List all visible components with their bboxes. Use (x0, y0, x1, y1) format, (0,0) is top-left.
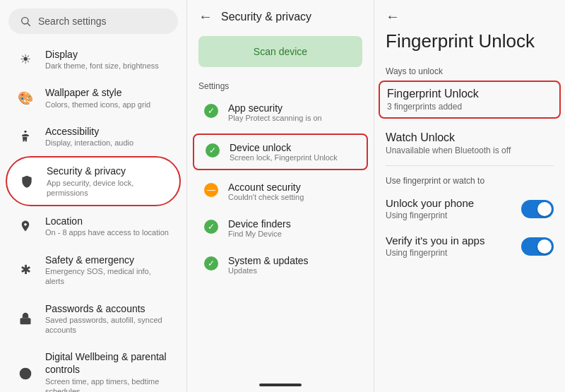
svg-point-2 (24, 131, 26, 133)
nav-wellbeing-title: Digital Wellbeing & parental controls (45, 350, 170, 376)
verify-subtitle: Using fingerprint (386, 248, 521, 258)
fingerprint-unlock-item[interactable]: Fingerprint Unlock 3 fingerprints added (379, 81, 561, 119)
sidebar-item-accessibility[interactable]: Accessibility Display, interaction, audi… (6, 118, 181, 155)
right-title: Fingerprint Unlock (386, 30, 554, 52)
display-icon: ☀ (17, 51, 34, 68)
divider-1 (386, 165, 554, 166)
fingerprint-unlock-title: Fingerprint Unlock (387, 88, 552, 100)
watch-unlock-title: Watch Unlock (386, 131, 554, 144)
nav-security-title: Security & privacy (47, 165, 168, 177)
nav-list: ☀ Display Dark theme, font size, brightn… (0, 40, 186, 392)
status-icon-unlock-green: ✓ (206, 143, 220, 158)
device-finders-subtitle: Find My Device (228, 230, 291, 238)
use-fingerprint-label: Use fingerprint or watch to (386, 176, 554, 186)
scan-device-button[interactable]: Scan device (198, 36, 362, 67)
sidebar-item-display[interactable]: ☀ Display Dark theme, font size, brightn… (6, 41, 181, 78)
right-back-button[interactable]: ← (386, 8, 554, 25)
watch-unlock-item[interactable]: Watch Unlock Unavailable when Bluetooth … (386, 124, 554, 162)
account-security-title: Account security (228, 182, 304, 193)
svg-point-0 (22, 18, 28, 24)
account-security-subtitle: Couldn't check setting (228, 193, 304, 201)
safety-icon: ✱ (17, 261, 34, 278)
unlock-phone-toggle[interactable] (521, 200, 554, 218)
verify-apps-toggle[interactable] (521, 237, 554, 256)
nav-location-title: Location (45, 215, 169, 227)
sidebar-item-safety[interactable]: ✱ Safety & emergency Emergency SOS, medi… (6, 247, 181, 294)
fingerprint-unlock-subtitle: 3 fingerprints added (387, 102, 552, 112)
nav-passwords-title: Passwords & accounts (45, 302, 170, 315)
nav-wallpaper-subtitle: Colors, themed icons, app grid (45, 100, 150, 109)
device-finders-title: Device finders (228, 218, 291, 230)
search-icon (20, 16, 31, 27)
unlock-phone-title: Unlock your phone (386, 197, 521, 209)
nav-location-subtitle: On - 8 apps have access to location (45, 227, 169, 237)
middle-title: Security & privacy (221, 11, 311, 23)
svg-rect-3 (20, 318, 31, 324)
device-unlock-title: Device unlock (230, 142, 338, 153)
middle-header: ← Security & privacy (187, 0, 374, 33)
status-icon-finders-green: ✓ (204, 220, 218, 234)
nav-wellbeing-subtitle: Screen time, app timers, bedtime schedul… (45, 376, 170, 392)
verify-title: Verify it's you in apps (386, 234, 521, 247)
location-icon (17, 218, 34, 234)
security-icon (18, 173, 35, 190)
setting-account-security[interactable]: — Account security Couldn't check settin… (193, 174, 368, 208)
accessibility-icon (17, 128, 34, 145)
nav-safety-subtitle: Emergency SOS, medical info, alerts (45, 266, 170, 287)
wallpaper-icon: 🎨 (17, 90, 34, 107)
search-bar[interactable]: Search settings (8, 8, 178, 34)
status-icon-system-green: ✓ (204, 256, 218, 271)
unlock-phone-row: Unlock your phone Using fingerprint (386, 190, 554, 227)
passwords-icon (17, 310, 34, 327)
middle-section-label: Settings (187, 76, 374, 94)
nav-display-subtitle: Dark theme, font size, brightness (45, 61, 159, 71)
search-placeholder: Search settings (38, 16, 107, 27)
nav-accessibility-title: Accessibility (45, 125, 133, 138)
nav-wallpaper-title: Wallpaper & style (45, 86, 150, 99)
setting-device-unlock[interactable]: ✓ Device unlock Screen lock, Fingerprint… (193, 133, 368, 170)
unlock-phone-subtitle: Using fingerprint (386, 210, 521, 220)
nav-accessibility-subtitle: Display, interaction, audio (45, 138, 133, 148)
system-updates-subtitle: Updates (228, 266, 309, 275)
ways-to-unlock-label: Ways to unlock (386, 66, 554, 76)
middle-back-button[interactable]: ← (198, 8, 213, 25)
bottom-nav-bar (259, 384, 302, 386)
setting-device-finders[interactable]: ✓ Device finders Find My Device (193, 211, 368, 245)
nav-passwords-subtitle: Saved passwords, autofill, synced accoun… (45, 315, 170, 335)
watch-unlock-subtitle: Unavailable when Bluetooth is off (386, 145, 554, 155)
sidebar-item-security[interactable]: Security & privacy App security, device … (6, 156, 181, 206)
sidebar-item-wellbeing[interactable]: Digital Wellbeing & parental controls Sc… (6, 343, 181, 392)
right-panel: ← Fingerprint Unlock Ways to unlock Fing… (374, 0, 565, 392)
nav-display-title: Display (45, 48, 159, 61)
sidebar-item-location[interactable]: Location On - 8 apps have access to loca… (6, 208, 181, 244)
device-unlock-subtitle: Screen lock, Fingerprint Unlock (230, 153, 338, 162)
nav-safety-title: Safety & emergency (45, 254, 170, 266)
app-security-subtitle: Play Protect scanning is on (228, 114, 322, 122)
sidebar-item-passwords[interactable]: Passwords & accounts Saved passwords, au… (6, 295, 181, 343)
verify-apps-row: Verify it's you in apps Using fingerprin… (386, 227, 554, 265)
system-updates-title: System & updates (228, 255, 309, 266)
nav-security-subtitle: App security, device lock, permissions (47, 178, 168, 198)
app-security-title: App security (228, 102, 322, 114)
setting-app-security[interactable]: ✓ App security Play Protect scanning is … (193, 95, 368, 129)
svg-line-1 (28, 23, 30, 26)
left-panel: Search settings ☀ Display Dark theme, fo… (0, 0, 187, 392)
status-icon-yellow: — (204, 183, 218, 197)
middle-panel: ← Security & privacy Scan device Setting… (187, 0, 374, 392)
status-icon-green: ✓ (204, 104, 218, 118)
setting-system-updates[interactable]: ✓ System & updates Updates (193, 248, 368, 282)
sidebar-item-wallpaper[interactable]: 🎨 Wallpaper & style Colors, themed icons… (6, 79, 181, 116)
wellbeing-icon (17, 365, 34, 382)
